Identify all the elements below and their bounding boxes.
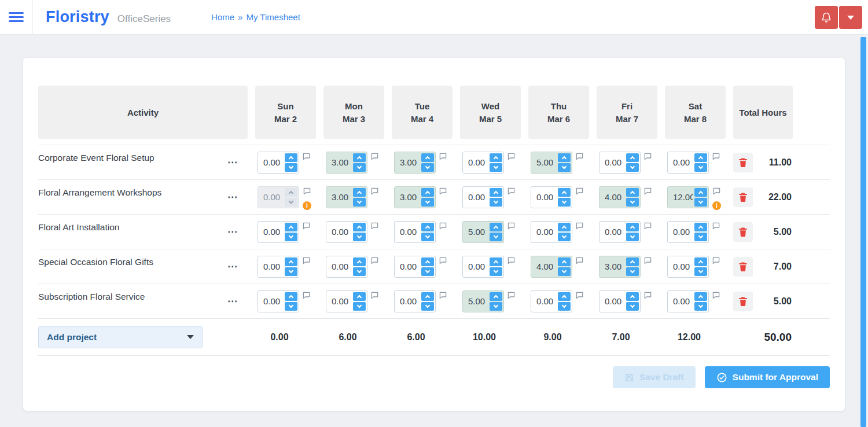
- increment-button[interactable]: [558, 257, 571, 266]
- decrement-button[interactable]: [626, 163, 639, 172]
- decrement-button[interactable]: [353, 302, 366, 311]
- decrement-button[interactable]: [490, 198, 502, 207]
- comment-icon[interactable]: [507, 153, 515, 160]
- comment-icon[interactable]: [303, 187, 311, 195]
- delete-row-button[interactable]: [733, 292, 753, 311]
- hours-input[interactable]: [669, 296, 693, 306]
- hours-input[interactable]: [464, 157, 488, 167]
- delete-row-button[interactable]: [733, 222, 753, 242]
- increment-button[interactable]: [626, 257, 639, 266]
- increment-button[interactable]: [421, 153, 434, 162]
- increment-button[interactable]: [353, 223, 366, 231]
- row-menu-button[interactable]: ⋯: [226, 155, 240, 170]
- decrement-button[interactable]: [558, 302, 571, 311]
- increment-button[interactable]: [626, 153, 639, 162]
- save-draft-button[interactable]: Save Draft: [613, 366, 696, 388]
- comment-icon[interactable]: [507, 187, 515, 195]
- decrement-button[interactable]: [490, 302, 502, 311]
- hours-input[interactable]: [328, 157, 352, 167]
- comment-icon[interactable]: [371, 222, 378, 230]
- comment-icon[interactable]: [576, 292, 583, 299]
- decrement-button[interactable]: [626, 198, 639, 207]
- hamburger-menu-button[interactable]: [0, 0, 33, 35]
- comment-icon[interactable]: [712, 222, 720, 230]
- comment-icon[interactable]: [303, 222, 310, 230]
- increment-button[interactable]: [558, 223, 571, 231]
- hours-input[interactable]: [464, 227, 488, 237]
- increment-button[interactable]: [421, 188, 434, 197]
- comment-icon[interactable]: [644, 187, 652, 195]
- hours-input[interactable]: [396, 157, 420, 167]
- hours-input[interactable]: [601, 227, 625, 237]
- comment-icon[interactable]: [507, 292, 515, 299]
- comment-icon[interactable]: [644, 222, 652, 230]
- decrement-button[interactable]: [558, 233, 571, 241]
- comment-icon[interactable]: [439, 222, 447, 230]
- decrement-button[interactable]: [285, 302, 297, 311]
- increment-button[interactable]: [285, 153, 297, 162]
- comment-icon[interactable]: [576, 222, 583, 230]
- hours-input[interactable]: [259, 262, 284, 271]
- hours-input[interactable]: [601, 192, 625, 202]
- breadcrumb-home-link[interactable]: Home: [211, 12, 234, 22]
- hours-input[interactable]: [669, 262, 693, 271]
- hours-input[interactable]: [396, 296, 420, 306]
- hours-input[interactable]: [464, 262, 488, 271]
- decrement-button[interactable]: [421, 302, 434, 311]
- hours-input[interactable]: [259, 296, 284, 306]
- increment-button[interactable]: [421, 257, 434, 266]
- increment-button[interactable]: [353, 257, 366, 266]
- comment-icon[interactable]: [713, 187, 720, 195]
- decrement-button[interactable]: [694, 233, 707, 241]
- comment-icon[interactable]: [576, 187, 583, 195]
- comment-icon[interactable]: [371, 187, 378, 195]
- decrement-button[interactable]: [285, 267, 297, 276]
- comment-icon[interactable]: [507, 222, 515, 230]
- hours-input[interactable]: [259, 157, 284, 167]
- comment-icon[interactable]: [644, 257, 652, 264]
- hours-input[interactable]: [396, 227, 420, 237]
- comment-icon[interactable]: [576, 257, 583, 264]
- delete-row-button[interactable]: [733, 257, 753, 277]
- breadcrumb-current-link[interactable]: My Timesheet: [246, 12, 300, 22]
- decrement-button[interactable]: [285, 233, 297, 241]
- hours-input[interactable]: [464, 192, 488, 202]
- hours-input[interactable]: [601, 157, 625, 167]
- hours-input[interactable]: [601, 262, 625, 271]
- comment-icon[interactable]: [712, 257, 720, 264]
- increment-button[interactable]: [285, 292, 297, 301]
- app-logo[interactable]: Floristry: [46, 8, 109, 26]
- hours-input[interactable]: [328, 192, 352, 202]
- decrement-button[interactable]: [353, 233, 366, 241]
- hours-input[interactable]: [669, 227, 693, 237]
- comment-icon[interactable]: [507, 257, 515, 264]
- comment-icon[interactable]: [439, 187, 447, 195]
- increment-button[interactable]: [694, 188, 707, 197]
- increment-button[interactable]: [490, 292, 502, 301]
- hours-input[interactable]: [259, 227, 284, 237]
- increment-button[interactable]: [558, 292, 571, 301]
- increment-button[interactable]: [694, 257, 707, 266]
- decrement-button[interactable]: [694, 267, 707, 276]
- comment-icon[interactable]: [712, 292, 720, 299]
- increment-button[interactable]: [490, 257, 502, 266]
- row-menu-button[interactable]: ⋯: [226, 224, 240, 239]
- decrement-button[interactable]: [694, 163, 707, 172]
- decrement-button[interactable]: [421, 267, 434, 276]
- decrement-button[interactable]: [558, 163, 571, 172]
- increment-button[interactable]: [421, 223, 434, 231]
- hours-input[interactable]: [396, 262, 420, 271]
- delete-row-button[interactable]: [733, 153, 753, 172]
- increment-button[interactable]: [626, 188, 639, 197]
- increment-button[interactable]: [285, 257, 297, 266]
- comment-icon[interactable]: [439, 153, 447, 160]
- comment-icon[interactable]: [712, 153, 720, 160]
- comment-icon[interactable]: [371, 257, 378, 264]
- decrement-button[interactable]: [353, 163, 366, 172]
- comment-icon[interactable]: [439, 292, 447, 299]
- comment-icon[interactable]: [303, 292, 310, 299]
- increment-button[interactable]: [694, 292, 707, 301]
- increment-button[interactable]: [694, 153, 707, 162]
- scrollbar-thumb[interactable]: [860, 37, 866, 427]
- hours-input[interactable]: [532, 157, 557, 167]
